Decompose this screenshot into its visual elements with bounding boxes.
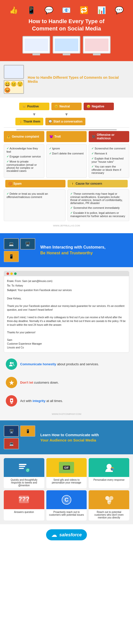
- cause-item-3: Escalate it to police, legal advisers or…: [70, 211, 126, 218]
- reach-out-icon: C: [103, 494, 115, 506]
- neutral-box: 😐 Neutral: [51, 103, 82, 110]
- offensive-box: ✖️ Offensive or malicious: [89, 131, 129, 142]
- tip3-text: Act with integrity at all times.: [20, 399, 63, 403]
- tip2-icon: [6, 377, 17, 388]
- thumbs-up-action-icon: 👍: [18, 120, 22, 123]
- email-greeting: Dear Kelsey,: [7, 297, 126, 300]
- maximize-dot: [14, 272, 17, 275]
- email-sign3: Linusio and Co: [7, 346, 126, 349]
- troll-box: 😈 Troll: [46, 131, 87, 142]
- monitor-1: [22, 36, 50, 54]
- card-2-label: Send gifs and videos to personalize your…: [46, 477, 87, 488]
- tip1-icon: [6, 358, 17, 370]
- email-to: To: To: Kelsey: [7, 284, 126, 288]
- email-body: From: From: Sam (at sam@linusio.com) To:…: [4, 276, 129, 352]
- flow-row-4: 🚫 Spam ⚠️ Cause for concern: [4, 180, 129, 187]
- chat-icon: 💬: [45, 6, 53, 14]
- tip3-icon: [6, 395, 17, 407]
- hero-monitors: [5, 36, 128, 54]
- svg-text:???: ???: [18, 496, 29, 502]
- svg-rect-4: [19, 464, 26, 465]
- learn-text: Learn How to Communicate with Your Audie…: [40, 432, 99, 443]
- positive-emoji: 😊: [22, 105, 26, 108]
- section2: 😀😐😟😡 How to Handle Different Types of Co…: [0, 61, 133, 98]
- monitor-3: [83, 36, 111, 54]
- trophy-icon: [9, 380, 15, 386]
- svg-point-3: [11, 400, 12, 401]
- card-1-label: Quickly and thoughtfully responds to twe…: [4, 477, 44, 488]
- personalize-icon: 👥: [103, 461, 115, 474]
- honest-section: 💻 🖥️ 📱 When Interacting with Customers, …: [0, 233, 133, 267]
- offensive-details: Screenshot the comment Remove it Explain…: [89, 144, 129, 178]
- email-body1: Thank you for your Facebook question abo…: [7, 304, 126, 312]
- email-window: From: From: Sam (at sam@linusio.com) To:…: [4, 271, 129, 353]
- arrows-row-1: ▼ ▼: [4, 112, 129, 117]
- honest-monitors: 💻 🖥️ 📱: [4, 238, 37, 262]
- mini-monitor-1: [4, 65, 24, 79]
- genuine-box: ⚠️ Genuine complaint: [4, 131, 44, 142]
- cause-icon: ⚠️: [71, 182, 74, 185]
- section2-monitors: 😀😐😟😡: [4, 65, 24, 94]
- card-3-img: 👥: [89, 458, 129, 477]
- salesforce-footer: ☁ salesforce: [0, 524, 133, 545]
- monitor-screen-3: [85, 38, 109, 51]
- card-4-label: Answers question: [4, 509, 44, 520]
- flowchart-section: 😊 Positive 😐 Neutral 😠 Negative ▼ ▼ 👍 Th…: [0, 98, 133, 233]
- flow-row-3: ⚠️ Genuine complaint 😈 Troll ✖️ Offensiv…: [4, 131, 129, 142]
- cause-item-1: These comments may have legal or crimina…: [70, 192, 126, 205]
- section2-text: How to Handle Different Types of Comment…: [28, 75, 129, 84]
- horizontal-line: [16, 130, 117, 130]
- email-icon: 📧: [62, 6, 71, 14]
- card-6-img: C: [89, 490, 129, 509]
- honest-monitor-1: 💻: [4, 238, 19, 250]
- chat-action-icon: 💬: [48, 120, 52, 123]
- troll-item-2: Don't delete the comment: [49, 151, 84, 156]
- email-subject: Subject: Your question from Facebook abo…: [7, 288, 126, 292]
- email-body3: Thanks for your patience!: [7, 331, 126, 334]
- cause-box: ⚠️ Cause for concern: [68, 180, 128, 187]
- card-1-img: @: [4, 458, 44, 477]
- flow-divider-1: [4, 127, 129, 128]
- share-icon: 🔁: [80, 6, 88, 14]
- tip-row-2: Don't let customers down.: [4, 375, 129, 390]
- learn-monitor-1: 🖥️: [4, 425, 19, 437]
- svg-text:C: C: [107, 500, 111, 505]
- comment-icon: 💬: [115, 6, 124, 14]
- salesforce-logo[interactable]: ☁ salesforce: [46, 529, 87, 540]
- offensive-item-4: You can warn the offender or block them …: [91, 165, 126, 175]
- thank-box: 👍 Thank them: [15, 118, 43, 125]
- minimize-dot: [10, 272, 13, 275]
- question-icon: ???: [18, 494, 30, 506]
- cards-section: @ Quickly and thoughtfully responds to t…: [0, 454, 133, 524]
- genuine-details: Acknowledge how they feel Engage custome…: [4, 144, 44, 178]
- honest-text: When Interacting with Customers, Be Hone…: [40, 245, 106, 256]
- gif-image: GIF: [59, 462, 74, 473]
- learn-monitor-2: 📱: [20, 425, 35, 437]
- start-conversation-box: 💬 Start a conversation: [45, 118, 85, 125]
- email-sign1: Sam: [7, 338, 126, 342]
- mini-monitor-2: 😀😐😟😡: [4, 80, 24, 94]
- phone-icon: 📱: [27, 6, 36, 14]
- monitor-screen-1: [24, 38, 48, 51]
- card-5-img: C: [46, 490, 87, 509]
- cause-item-2: Screenshot the comment immediately: [70, 206, 126, 210]
- email-watermark: WWW.FASTCOMPANY.COM: [4, 412, 129, 417]
- svg-rect-6: [19, 468, 24, 469]
- svg-point-0: [10, 362, 12, 364]
- email-sign2: Customer Experience Manager: [7, 342, 126, 346]
- email-body2: If you don't mind, I need to check with …: [7, 315, 126, 327]
- honest-monitor-2: 🖥️: [20, 238, 35, 250]
- svg-point-1: [12, 362, 14, 364]
- spam-details: Delete or treat as you would an offensiv…: [4, 189, 65, 221]
- card-3-label: Personalize every response: [89, 477, 129, 488]
- learn-monitors: 🖥️ 📱 💻: [4, 425, 37, 449]
- email-from: From: From: Sam (at sam@linusio.com): [7, 279, 126, 283]
- flow-row-1: 😊 Positive 😐 Neutral 😠 Negative: [4, 103, 129, 110]
- svg-text:C: C: [64, 497, 69, 503]
- offensive-item-2: Remove it: [91, 151, 126, 156]
- detail-row-1: Acknowledge how they feel Engage custome…: [4, 144, 129, 178]
- flowchart-watermark: WWW.JEFFBULLAS.COM: [4, 223, 129, 228]
- tip-row-1: Communicate honestly about products and …: [4, 356, 129, 372]
- card-6: C Reach out to potential customers who d…: [89, 490, 129, 520]
- gif-badge: GIF: [63, 466, 70, 470]
